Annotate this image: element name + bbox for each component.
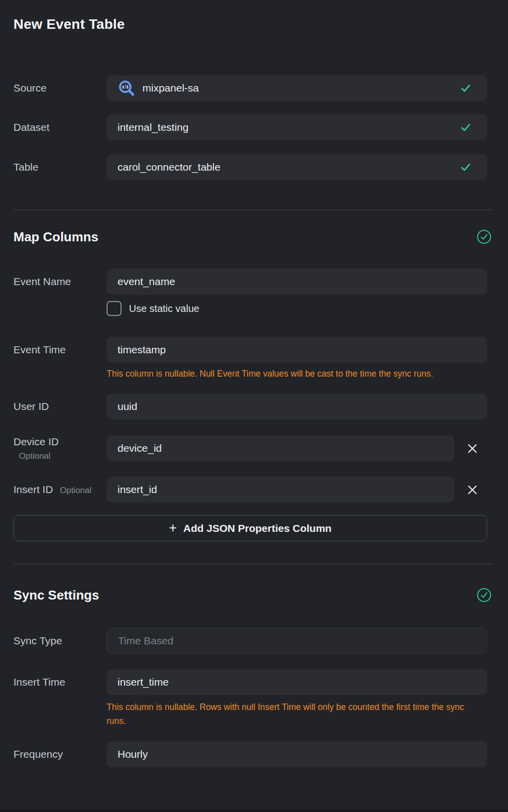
use-static-value-label: Use static value: [129, 303, 199, 314]
plus-icon: +: [169, 521, 177, 535]
frequency-value: Hourly: [118, 748, 148, 760]
source-value: mixpanel-sa: [142, 82, 199, 94]
source-valid-check-icon: [459, 82, 472, 95]
device-id-row: Device ID Optional device_id: [13, 435, 487, 461]
insert-id-field[interactable]: insert_id: [107, 477, 454, 503]
table-value: carol_connector_table: [118, 161, 221, 173]
user-id-row: User ID uuid: [13, 394, 487, 419]
insert-time-row: Insert Time insert_time: [13, 669, 487, 695]
sync-settings-heading-row: Sync Settings: [13, 587, 487, 603]
event-time-value: timestamp: [118, 344, 166, 356]
sync-type-field: Time Based: [107, 628, 487, 654]
dataset-valid-check-icon: [459, 121, 472, 134]
device-id-field[interactable]: device_id: [107, 435, 454, 461]
event-name-field[interactable]: event_name: [107, 269, 487, 295]
table-row: Table carol_connector_table: [13, 154, 487, 180]
add-json-properties-label: Add JSON Properties Column: [183, 522, 332, 534]
bottom-edge-strip: [0, 809, 508, 812]
sync-type-row: Sync Type Time Based: [13, 628, 487, 654]
insert-time-value: insert_time: [118, 676, 169, 688]
frequency-row: Frequency Hourly: [13, 741, 487, 767]
sync-type-value: Time Based: [118, 635, 173, 647]
insert-id-optional-label: Optional: [60, 486, 91, 495]
sync-type-label: Sync Type: [13, 635, 107, 647]
use-static-value-row: Use static value: [107, 301, 487, 316]
user-id-label: User ID: [13, 401, 107, 412]
event-name-row: Event Name event_name: [13, 269, 487, 295]
insert-id-row: Insert ID Optional insert_id: [13, 477, 487, 503]
close-icon: [466, 484, 479, 496]
source-label: Source: [13, 82, 107, 94]
dataset-label: Dataset: [13, 121, 107, 133]
insert-time-warning: This column is nullable. Rows with null …: [107, 700, 470, 728]
insert-time-label: Insert Time: [13, 676, 107, 688]
table-label: Table: [13, 161, 107, 173]
frequency-field[interactable]: Hourly: [107, 741, 487, 767]
remove-insert-id-button[interactable]: [465, 482, 480, 497]
device-id-optional-label: Optional: [13, 451, 107, 461]
dataset-row: Dataset internal_testing: [13, 114, 487, 140]
device-id-label-text: Device ID: [13, 436, 59, 447]
remove-device-id-button[interactable]: [465, 441, 480, 456]
map-columns-heading: Map Columns: [13, 229, 98, 245]
user-id-value: uuid: [118, 401, 137, 412]
insert-id-label: Insert ID Optional: [13, 484, 107, 496]
frequency-label: Frequency: [13, 748, 107, 760]
bigquery-icon: [118, 79, 135, 97]
event-time-label: Event Time: [13, 344, 107, 356]
event-time-warning: This column is nullable. Null Event Time…: [107, 367, 470, 381]
source-row: Source mixpanel-sa: [13, 75, 487, 101]
use-static-value-checkbox[interactable]: [107, 301, 122, 316]
user-id-field[interactable]: uuid: [107, 394, 487, 419]
source-field[interactable]: mixpanel-sa: [107, 75, 487, 101]
table-valid-check-icon: [459, 161, 472, 174]
section-divider: [13, 564, 493, 564]
event-name-value: event_name: [118, 276, 175, 288]
sync-settings-heading: Sync Settings: [13, 587, 99, 603]
new-event-table-form: New Event Table Source mixpanel-sa Datas…: [0, 0, 508, 812]
event-name-label: Event Name: [13, 276, 107, 288]
dataset-value: internal_testing: [118, 121, 188, 133]
close-icon: [466, 442, 479, 455]
sync-settings-complete-check-icon: [477, 588, 492, 603]
table-field[interactable]: carol_connector_table: [107, 154, 487, 180]
device-id-value: device_id: [118, 442, 162, 454]
event-time-row: Event Time timestamp: [13, 337, 487, 363]
insert-time-field[interactable]: insert_time: [107, 669, 487, 695]
section-divider: [13, 209, 493, 210]
insert-id-label-text: Insert ID: [13, 484, 53, 495]
map-columns-complete-check-icon: [477, 229, 492, 244]
map-columns-heading-row: Map Columns: [13, 229, 487, 245]
device-id-label: Device ID Optional: [13, 436, 107, 461]
add-json-properties-button[interactable]: + Add JSON Properties Column: [13, 515, 487, 541]
dataset-field[interactable]: internal_testing: [107, 114, 487, 140]
page-title: New Event Table: [13, 16, 487, 32]
event-time-field[interactable]: timestamp: [107, 337, 487, 363]
insert-id-value: insert_id: [118, 484, 157, 496]
